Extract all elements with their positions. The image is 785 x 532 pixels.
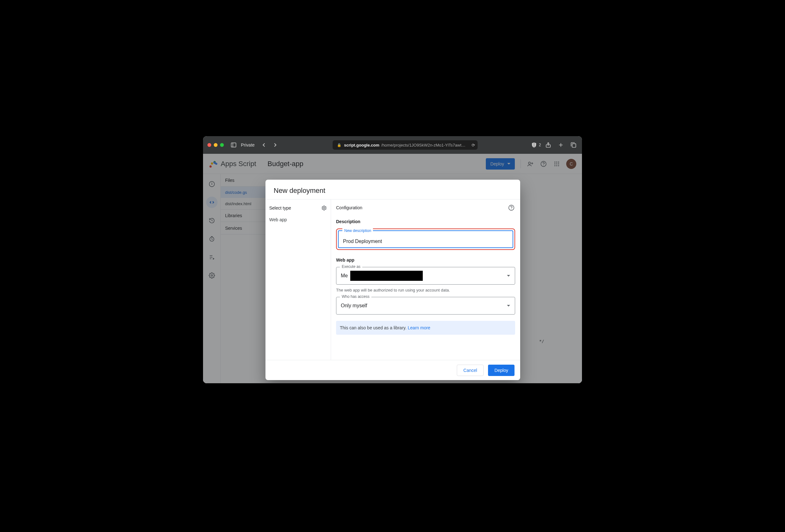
svg-point-16 bbox=[556, 161, 557, 162]
svg-point-19 bbox=[556, 163, 557, 164]
minimize-window-icon[interactable] bbox=[214, 143, 218, 147]
description-section-label: Description bbox=[336, 219, 515, 224]
svg-rect-0 bbox=[231, 143, 236, 147]
close-window-icon[interactable] bbox=[207, 143, 211, 147]
webapp-section-label: Web app bbox=[336, 257, 515, 262]
svg-point-33 bbox=[211, 275, 212, 276]
svg-point-15 bbox=[555, 161, 556, 162]
project-title[interactable]: Budget-app bbox=[268, 160, 304, 168]
cancel-button[interactable]: Cancel bbox=[457, 365, 484, 376]
reload-icon[interactable]: ⟳ bbox=[472, 143, 475, 148]
nav-forward-icon[interactable] bbox=[271, 142, 279, 148]
execute-as-select-wrap: Execute as Me bbox=[336, 267, 515, 285]
rail-triggers-icon[interactable] bbox=[206, 233, 218, 245]
rail-overview-icon[interactable] bbox=[206, 178, 218, 190]
svg-point-34 bbox=[324, 207, 325, 209]
deployment-type-web-app[interactable]: Web app bbox=[265, 214, 331, 225]
access-select-wrap: Who has access Only myself bbox=[336, 297, 515, 314]
access-float-label: Who has access bbox=[340, 294, 371, 299]
app-header: Apps Script Budget-app Deploy C bbox=[203, 154, 582, 174]
chevron-down-icon bbox=[507, 163, 510, 164]
svg-point-36 bbox=[511, 209, 512, 209]
svg-rect-5 bbox=[572, 144, 576, 148]
svg-point-25 bbox=[211, 184, 212, 184]
execute-as-select[interactable]: Me bbox=[336, 267, 515, 285]
dialog-help-icon[interactable] bbox=[508, 204, 515, 211]
access-value: Only myself bbox=[341, 303, 367, 308]
divider bbox=[521, 159, 521, 168]
url-host: script.google.com bbox=[344, 143, 379, 148]
execute-as-helper: The web app will be authorized to run us… bbox=[336, 288, 515, 293]
apps-grid-icon[interactable] bbox=[553, 160, 560, 168]
address-bar[interactable]: 🔒 script.google.com /home/projects/1JO9S… bbox=[333, 140, 478, 150]
learn-more-link[interactable]: Learn more bbox=[408, 325, 430, 330]
select-type-label: Select type bbox=[269, 205, 291, 210]
description-float-label: New description bbox=[343, 228, 373, 233]
deploy-label: Deploy bbox=[490, 161, 504, 167]
library-info-bar: This can also be used as a library. Lear… bbox=[336, 321, 515, 335]
chevron-down-icon bbox=[507, 275, 510, 277]
safari-toolbar: Private 🔒 script.google.com /home/projec… bbox=[203, 136, 582, 154]
tabs-overview-icon[interactable] bbox=[569, 142, 578, 148]
rail-editor-icon[interactable] bbox=[206, 197, 218, 208]
private-label: Private bbox=[241, 143, 255, 148]
svg-point-22 bbox=[556, 165, 557, 166]
sidebar-toggle-icon[interactable] bbox=[229, 142, 238, 148]
fullscreen-window-icon[interactable] bbox=[220, 143, 224, 147]
app-area: Apps Script Budget-app Deploy C bbox=[203, 154, 582, 383]
share-project-icon[interactable] bbox=[527, 160, 534, 168]
dialog-left-panel: Select type Web app bbox=[265, 200, 331, 360]
chevron-down-icon bbox=[507, 305, 510, 307]
url-path: /home/projects/1JO9SkW2n-zMo1-YlTs7awt… bbox=[381, 143, 465, 148]
dialog-right-panel: Configuration Description New descriptio… bbox=[331, 200, 520, 360]
logo-text: Apps Script bbox=[221, 160, 256, 168]
svg-point-7 bbox=[211, 162, 213, 164]
new-deployment-dialog: New deployment Select type Web app bbox=[265, 180, 520, 380]
deploy-button[interactable]: Deploy bbox=[488, 365, 514, 376]
rail-history-icon[interactable] bbox=[206, 215, 218, 226]
dialog-footer: Cancel Deploy bbox=[265, 360, 520, 380]
account-avatar[interactable]: C bbox=[566, 159, 576, 169]
apps-script-logo[interactable]: Apps Script bbox=[209, 159, 256, 168]
new-tab-icon[interactable] bbox=[557, 142, 565, 148]
help-icon[interactable] bbox=[540, 160, 547, 168]
svg-point-23 bbox=[558, 165, 559, 166]
redacted-email bbox=[350, 271, 423, 281]
share-icon[interactable] bbox=[544, 142, 552, 148]
window-controls[interactable] bbox=[207, 143, 224, 147]
svg-point-14 bbox=[543, 165, 544, 166]
svg-point-20 bbox=[558, 163, 559, 164]
access-select[interactable]: Only myself bbox=[336, 297, 515, 314]
svg-marker-32 bbox=[213, 258, 214, 260]
deploy-menu-button[interactable]: Deploy bbox=[486, 158, 515, 170]
description-field-wrap: New description bbox=[336, 228, 515, 250]
description-input[interactable] bbox=[338, 230, 513, 248]
svg-point-17 bbox=[558, 161, 559, 162]
info-text: This can also be used as a library. bbox=[340, 325, 408, 330]
svg-point-10 bbox=[528, 162, 531, 164]
rail-executions-icon[interactable] bbox=[206, 252, 218, 263]
lock-icon: 🔒 bbox=[337, 143, 341, 147]
shield-count: 2 bbox=[539, 143, 541, 147]
svg-point-21 bbox=[555, 165, 556, 166]
browser-window: Private 🔒 script.google.com /home/projec… bbox=[203, 136, 582, 383]
nav-back-icon[interactable] bbox=[260, 142, 268, 148]
execute-as-float-label: Execute as bbox=[340, 264, 362, 269]
execute-as-value: Me bbox=[341, 273, 348, 279]
left-rail bbox=[203, 174, 221, 383]
dialog-title: New deployment bbox=[265, 180, 520, 199]
svg-point-18 bbox=[555, 163, 556, 164]
svg-point-6 bbox=[209, 165, 211, 167]
configuration-label: Configuration bbox=[336, 205, 362, 210]
privacy-shield[interactable]: 2 bbox=[531, 142, 541, 148]
rail-settings-icon[interactable] bbox=[206, 270, 218, 281]
gear-icon[interactable] bbox=[321, 205, 327, 211]
